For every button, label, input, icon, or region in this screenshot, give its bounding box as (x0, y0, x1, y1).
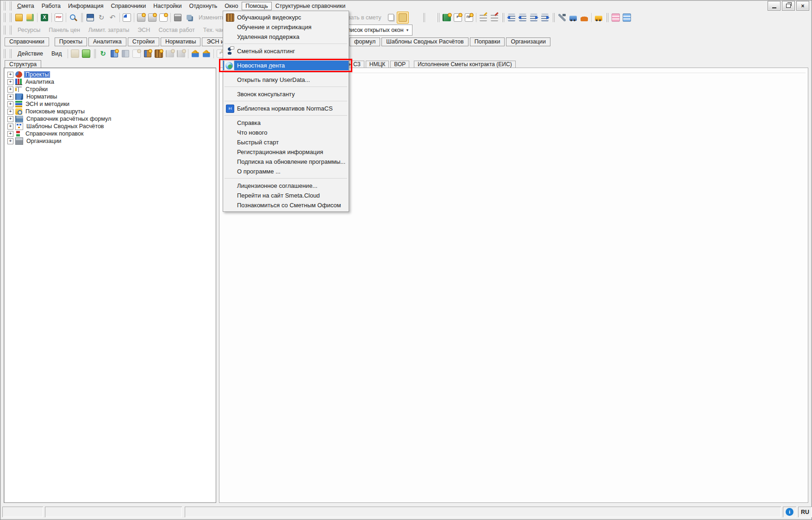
menu-item-remote-support[interactable]: Удаленная поддержка (223, 32, 349, 42)
tab-proekty[interactable]: Проекты (55, 37, 87, 46)
menu-item-quick-start[interactable]: Быстрый старт (223, 137, 349, 147)
menu-item-whats-new[interactable]: Что нового (223, 128, 349, 137)
tab-normativy[interactable]: Нормативы (161, 37, 201, 46)
new-document-button[interactable] (131, 48, 142, 59)
menu-item-video-course[interactable]: Обучающий видеокурс (223, 12, 349, 22)
expand-icon[interactable]: + (7, 72, 13, 78)
import-structure-button[interactable] (25, 12, 36, 23)
menu-item-registration-info[interactable]: Регистрационная информация (223, 147, 349, 157)
tab-popravki[interactable]: Поправки (470, 37, 505, 46)
copy-button[interactable] (386, 12, 397, 23)
paste-button[interactable] (397, 12, 409, 24)
esn-button[interactable]: ЭСН (133, 27, 154, 33)
book-button-2[interactable] (175, 48, 187, 59)
panel-splitter[interactable] (216, 68, 219, 503)
info-icon[interactable]: i (786, 508, 793, 516)
menu-item-update-subscription[interactable]: Подписка на обновление программы... (223, 157, 349, 167)
tab-formul-partial[interactable]: формул (350, 37, 380, 46)
menu-item-license-agreement[interactable]: Лицензионное соглашение... (223, 181, 349, 191)
tree-item-analitika[interactable]: + Аналитика (6, 78, 215, 86)
export-excel-button[interactable]: X (39, 12, 50, 23)
undo-button[interactable]: ↶ (107, 12, 118, 23)
insert-section-button[interactable] (136, 12, 147, 23)
norm-book-button[interactable] (441, 12, 452, 23)
export-structure-button[interactable] (13, 12, 25, 23)
menu-item-consulting[interactable]: Сметный консалтинг (223, 46, 349, 56)
menu-informacia[interactable]: Информация (64, 2, 107, 10)
expand-icon[interactable]: + (7, 109, 13, 115)
language-indicator[interactable]: RU (801, 509, 809, 515)
menu-rabota[interactable]: Работа (38, 2, 64, 10)
edit-tree-button[interactable] (478, 12, 489, 23)
resource-mode-button[interactable]: Р (452, 12, 463, 23)
menu-item-normacs-library[interactable]: I·I Библиотека нормативов NormaCS (223, 104, 349, 113)
refresh-tree-button[interactable]: ↻ (98, 48, 109, 59)
resources-panel-button[interactable]: Ресурсы (13, 27, 44, 33)
menu-nastroyki[interactable]: Настройки (150, 2, 185, 10)
tree-item-esn-i-metodiki[interactable]: + ЭСН и методики (6, 100, 215, 108)
menu-pomosch[interactable]: Помощь (242, 2, 271, 10)
delete-tree-button[interactable] (489, 12, 500, 23)
tab-stroyki[interactable]: Стройки (128, 37, 159, 46)
expand-icon[interactable]: + (7, 79, 13, 85)
insert-row-button[interactable] (147, 12, 158, 23)
view-menu[interactable]: Вид (47, 50, 66, 57)
object-wizard-button[interactable] (142, 48, 153, 59)
save-button[interactable] (85, 12, 96, 23)
home-doc-button[interactable] (201, 48, 212, 59)
refresh-button[interactable]: ↻ (96, 12, 107, 23)
menu-smeta[interactable]: Смета (13, 2, 38, 10)
expand-icon[interactable]: + (7, 87, 13, 93)
decrease-level-button[interactable] (517, 12, 528, 23)
move-right-button[interactable] (539, 12, 550, 23)
tab-organizacii[interactable]: Организации (506, 37, 550, 46)
tree-item-normativy[interactable]: + Нормативы (6, 93, 215, 100)
tree-item-spravochnik-popravok[interactable]: + Справочник поправок (6, 130, 215, 137)
copy-structure-button[interactable] (183, 12, 194, 23)
menu-item-open-userdata[interactable]: Открыть папку UserData... (223, 75, 349, 85)
paste-to-smeta-button[interactable]: вать в смету (344, 14, 386, 21)
unlock-button[interactable] (121, 12, 132, 23)
expand-icon[interactable]: + (7, 131, 13, 137)
print-button[interactable] (172, 12, 183, 23)
new-object-button[interactable] (109, 48, 120, 59)
tab-analitika[interactable]: Аналитика (88, 37, 126, 46)
menu-item-news-feed[interactable]: Новостная лента (223, 61, 349, 70)
expand-icon[interactable]: + (7, 124, 13, 130)
tree-item-stroyki[interactable]: + Стройки (6, 86, 215, 93)
tab-spravochniki[interactable]: Справочники (5, 37, 49, 46)
tree-item-shablony-svodnyh[interactable]: + Шаблоны Сводных Расчётов (6, 123, 215, 130)
tree-item-organizacii[interactable]: + Организации (6, 137, 215, 145)
menu-item-training-certification[interactable]: Обучение и сертификация (223, 22, 349, 32)
layers-pink-button[interactable] (610, 12, 621, 23)
menu-strukturnye-spravochniki[interactable]: Структурные справочники (272, 2, 350, 10)
menu-spravochniki[interactable]: Справочники (107, 2, 150, 10)
layers-blue-button[interactable] (621, 12, 632, 23)
comment-button[interactable] (158, 12, 169, 23)
resources-tool-button[interactable] (556, 12, 568, 23)
menu-item-consultant-call[interactable]: Звонок консультанту (223, 89, 349, 99)
copy-object-button[interactable] (120, 48, 131, 59)
tree-item-proekty[interactable]: + Проекты (6, 71, 215, 78)
materials-button[interactable] (579, 12, 590, 23)
expand-icon[interactable]: + (7, 94, 13, 100)
book-button-1[interactable] (164, 48, 175, 59)
price-panel-button[interactable]: Панель цен (44, 27, 84, 33)
search-button[interactable] (68, 12, 79, 23)
tab-shablony-svodnyh[interactable]: Шаблоны Сводных Расчётов (381, 37, 468, 46)
transport-button[interactable] (568, 12, 579, 23)
export-pdf-button[interactable]: PDF (53, 12, 64, 23)
minimize-button[interactable] (768, 1, 781, 11)
menu-item-help-reference[interactable]: Справка (223, 118, 349, 128)
machines-button[interactable] (593, 12, 604, 23)
expand-icon[interactable]: + (7, 138, 13, 144)
home-button[interactable] (190, 48, 201, 59)
limit-costs-button[interactable]: Лимит. затраты (84, 27, 134, 33)
folder-open-button[interactable] (81, 48, 92, 59)
work-composition-button[interactable]: Состав работ (154, 27, 199, 33)
folder-up-button[interactable] (69, 48, 81, 59)
menu-item-smeta-office[interactable]: Познакомиться со Сметным Офисом (223, 200, 349, 210)
open-windows-dropdown[interactable]: писок открытых окон ▾ (344, 25, 412, 36)
restore-button[interactable] (782, 1, 795, 11)
expand-icon[interactable]: + (7, 101, 13, 107)
